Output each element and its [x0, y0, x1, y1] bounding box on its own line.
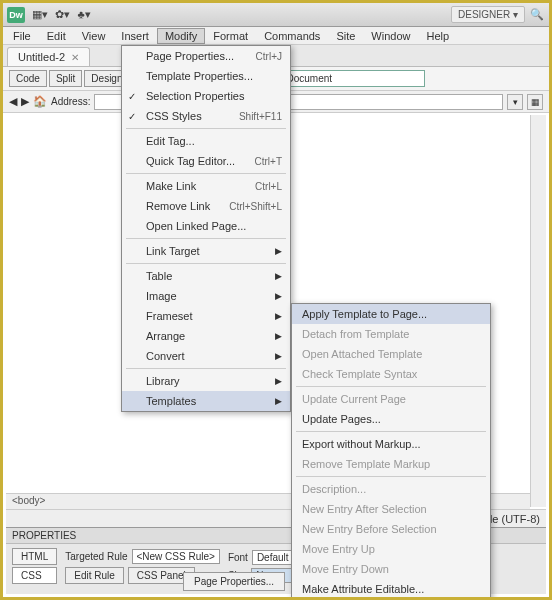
- menu-item[interactable]: Frameset▶: [122, 306, 290, 326]
- menu-item[interactable]: Make LinkCtrl+L: [122, 176, 290, 196]
- submenu-item: New Entry After Selection: [292, 499, 490, 519]
- menu-item[interactable]: ✓CSS StylesShift+F11: [122, 106, 290, 126]
- menu-separator: [126, 368, 286, 369]
- menu-separator: [296, 386, 486, 387]
- menu-item-label: Link Target: [146, 245, 200, 257]
- menu-item-label: Quick Tag Editor...: [146, 155, 235, 167]
- submenu-item: Check Template Syntax: [292, 364, 490, 384]
- view-code-button[interactable]: Code: [9, 70, 47, 87]
- menu-edit[interactable]: Edit: [39, 28, 74, 44]
- submenu-arrow-icon: ▶: [275, 291, 282, 301]
- workspace-switcher[interactable]: DESIGNER ▾: [451, 6, 525, 23]
- targeted-rule-label: Targeted Rule: [65, 551, 127, 562]
- submenu-arrow-icon: ▶: [275, 376, 282, 386]
- submenu-item[interactable]: Update Pages...: [292, 409, 490, 429]
- font-label: Font: [228, 552, 248, 563]
- menu-file[interactable]: File: [5, 28, 39, 44]
- submenu-item[interactable]: Apply Template to Page...: [292, 304, 490, 324]
- address-dropdown-icon[interactable]: ▾: [507, 94, 523, 110]
- menu-site[interactable]: Site: [328, 28, 363, 44]
- submenu-arrow-icon: ▶: [275, 311, 282, 321]
- tag-selector[interactable]: <body>: [6, 493, 51, 508]
- submenu-item: Description...: [292, 479, 490, 499]
- menu-item[interactable]: Image▶: [122, 286, 290, 306]
- menu-shortcut: Ctrl+L: [255, 181, 282, 192]
- submenu-item: Remove Template Markup: [292, 454, 490, 474]
- nav-back-icon[interactable]: ◀: [9, 95, 17, 108]
- menu-item-label: Templates: [146, 395, 196, 407]
- menu-item[interactable]: Convert▶: [122, 346, 290, 366]
- menu-separator: [126, 128, 286, 129]
- nav-fwd-icon[interactable]: ▶: [21, 95, 29, 108]
- submenu-arrow-icon: ▶: [275, 396, 282, 406]
- submenu-arrow-icon: ▶: [275, 246, 282, 256]
- menu-item-label: Remove Link: [146, 200, 210, 212]
- search-icon[interactable]: 🔍: [529, 7, 545, 23]
- menu-item: Link Target▶: [122, 241, 290, 261]
- menu-item-label: Template Properties...: [146, 70, 253, 82]
- menu-item[interactable]: ✓Selection Properties: [122, 86, 290, 106]
- title-bar: Dw ▦▾ ✿▾ ♣▾ DESIGNER ▾ 🔍: [3, 3, 549, 27]
- targeted-rule-select[interactable]: <New CSS Rule>: [132, 549, 220, 564]
- submenu-arrow-icon: ▶: [275, 351, 282, 361]
- menu-shortcut: Ctrl+J: [256, 51, 282, 62]
- submenu-item[interactable]: Make Attribute Editable...: [292, 579, 490, 599]
- menu-item[interactable]: Table▶: [122, 266, 290, 286]
- menu-shortcut: Ctrl+Shift+L: [229, 201, 282, 212]
- menu-item[interactable]: Arrange▶: [122, 326, 290, 346]
- address-label: Address:: [51, 96, 90, 107]
- menu-item-label: Library: [146, 375, 180, 387]
- menu-item[interactable]: Library▶: [122, 371, 290, 391]
- vertical-scrollbar[interactable]: [530, 115, 546, 507]
- menu-separator: [126, 238, 286, 239]
- modify-menu-dropdown: Page Properties...Ctrl+JTemplate Propert…: [121, 45, 291, 412]
- menu-item[interactable]: Templates▶: [122, 391, 290, 411]
- extension-icon[interactable]: ♣▾: [77, 8, 91, 22]
- templates-submenu: Apply Template to Page...Detach from Tem…: [291, 303, 491, 600]
- menu-item-label: Make Link: [146, 180, 196, 192]
- menu-format[interactable]: Format: [205, 28, 256, 44]
- submenu-item: Open Attached Template: [292, 344, 490, 364]
- menu-modify[interactable]: Modify: [157, 28, 205, 44]
- layout-icon[interactable]: ▦▾: [33, 8, 47, 22]
- menu-item-label: Open Linked Page...: [146, 220, 246, 232]
- menu-window[interactable]: Window: [363, 28, 418, 44]
- check-icon: ✓: [128, 91, 136, 102]
- submenu-item: Update Current Page: [292, 389, 490, 409]
- submenu-item: Detach from Template: [292, 324, 490, 344]
- home-icon[interactable]: 🏠: [33, 95, 47, 108]
- document-tab[interactable]: Untitled-2 ✕: [7, 47, 90, 66]
- menu-insert[interactable]: Insert: [113, 28, 157, 44]
- menu-item[interactable]: Page Properties...Ctrl+J: [122, 46, 290, 66]
- app-logo: Dw: [7, 7, 25, 23]
- page-properties-button[interactable]: Page Properties...: [183, 572, 285, 591]
- tab-html[interactable]: HTML: [12, 548, 57, 565]
- submenu-item: New Entry Before Selection: [292, 519, 490, 539]
- check-icon: ✓: [128, 111, 136, 122]
- menu-item-label: Arrange: [146, 330, 185, 342]
- menu-item: Remove LinkCtrl+Shift+L: [122, 196, 290, 216]
- submenu-item[interactable]: Export without Markup...: [292, 434, 490, 454]
- close-icon[interactable]: ✕: [71, 52, 79, 63]
- edit-rule-button[interactable]: Edit Rule: [65, 567, 124, 584]
- menu-item-label: Selection Properties: [146, 90, 244, 102]
- menu-help[interactable]: Help: [418, 28, 457, 44]
- tab-css[interactable]: CSS: [12, 567, 57, 584]
- submenu-item: Move Entry Up: [292, 539, 490, 559]
- menu-commands[interactable]: Commands: [256, 28, 328, 44]
- submenu-item: Move Entry Down: [292, 559, 490, 579]
- menu-item-label: Image: [146, 290, 177, 302]
- menu-item: Open Linked Page...: [122, 216, 290, 236]
- menu-shortcut: Ctrl+T: [255, 156, 283, 167]
- gear-icon[interactable]: ✿▾: [55, 8, 69, 22]
- menu-view[interactable]: View: [74, 28, 114, 44]
- menu-item: Template Properties...: [122, 66, 290, 86]
- menu-item[interactable]: Quick Tag Editor...Ctrl+T: [122, 151, 290, 171]
- menu-item[interactable]: Edit Tag...: [122, 131, 290, 151]
- submenu-arrow-icon: ▶: [275, 271, 282, 281]
- menu-item-label: Frameset: [146, 310, 192, 322]
- view-split-button[interactable]: Split: [49, 70, 82, 87]
- menu-shortcut: Shift+F11: [239, 111, 282, 122]
- menu-separator: [296, 431, 486, 432]
- address-go-icon[interactable]: ▦: [527, 94, 543, 110]
